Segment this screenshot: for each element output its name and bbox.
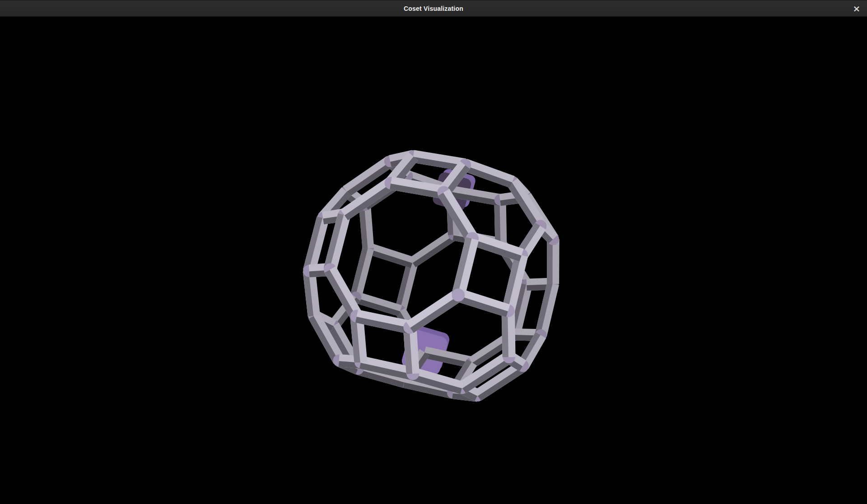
window-title: Coset Visualization [404,5,463,12]
edge-tube-side [502,311,509,357]
edge-tube-side [494,200,500,244]
app-window: Coset Visualization × [0,0,867,504]
close-button[interactable]: × [850,2,863,15]
edge-tube-side [547,239,553,284]
titlebar[interactable]: Coset Visualization × [0,0,867,17]
polyhedron-svg [0,17,867,504]
vertex-joint [452,289,465,302]
viewport-3d[interactable] [0,17,867,504]
